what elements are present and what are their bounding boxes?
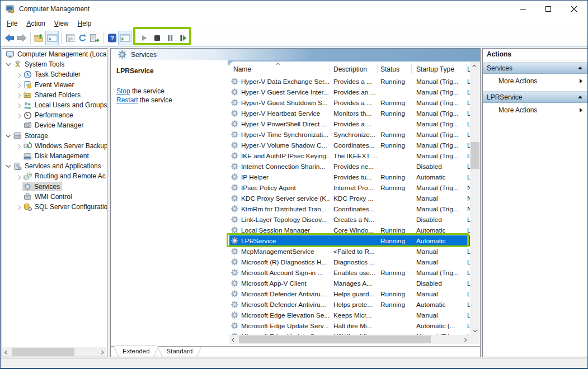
tree-scroll-right-arrow[interactable] — [97, 347, 107, 356]
service-row-microsoft-defender-antiviru[interactable]: Microsoft Defender Antiviru...Helps prot… — [229, 299, 470, 310]
service-row-microsoft-edge-elevation-se[interactable]: Microsoft Edge Elevation Se...Keeps Micr… — [229, 310, 470, 320]
tab-extended[interactable]: Extended — [114, 346, 158, 357]
stop-service-link[interactable]: Stop — [116, 87, 130, 95]
restart-service-button[interactable] — [178, 31, 188, 45]
show-action-pane-button[interactable] — [118, 31, 131, 45]
service-row-hyper-v-guest-service-inter[interactable]: Hyper-V Guest Service Inter...Provides a… — [229, 87, 470, 97]
up-one-level-button[interactable] — [33, 31, 45, 45]
service-row-lprservice[interactable]: LPRServiceRunningAutomaticL — [229, 235, 470, 246]
tree-item-services[interactable]: Services — [2, 182, 107, 192]
scroll-left-arrow[interactable] — [229, 335, 239, 344]
service-row-microsoft-app-v-client[interactable]: Microsoft App-V ClientManages A...Disabl… — [229, 278, 470, 288]
tree-scroll-thumb[interactable] — [12, 348, 74, 356]
tree-item-routing-and-remote-ac[interactable]: Routing and Remote Ac — [2, 171, 107, 181]
actions-section-services[interactable]: Services — [483, 62, 587, 74]
chevron-right-icon[interactable] — [15, 83, 22, 87]
chevron-down-icon[interactable] — [4, 63, 12, 66]
column-header-status[interactable]: Status — [380, 65, 399, 73]
column-header-startup[interactable]: Startup Type — [416, 65, 454, 73]
chevron-right-icon[interactable] — [15, 73, 22, 77]
chevron-right-icon[interactable] — [15, 175, 22, 178]
collapse-up-icon[interactable] — [578, 67, 582, 69]
start-service-button[interactable] — [139, 31, 149, 45]
tree-item-services-and-applications[interactable]: Services and Applications — [2, 161, 107, 171]
more-actions-services[interactable]: More Actions — [483, 74, 587, 88]
refresh-button[interactable] — [76, 31, 88, 45]
stop-service-button[interactable] — [152, 31, 162, 45]
pause-service-button[interactable] — [165, 31, 175, 45]
tree-item-shared-folders[interactable]: Shared Folders — [2, 90, 107, 100]
tree-item-device-manager[interactable]: Device Manager — [2, 120, 107, 130]
service-row-mcpmanagementservice[interactable]: McpManagementService<Failed to R...Manua… — [229, 246, 470, 257]
service-row-hyper-v-heartbeat-service[interactable]: Hyper-V Heartbeat ServiceMonitors th...R… — [229, 108, 470, 119]
tab-standard[interactable]: Standard — [158, 347, 201, 357]
tree-item-event-viewer[interactable]: Event Viewer — [2, 80, 107, 90]
service-row-local-session-manager[interactable]: Local Session ManagerCore Windo...Runnin… — [229, 225, 470, 235]
service-row-hyper-v-data-exchange-ser[interactable]: Hyper-V Data Exchange Ser...Provides a .… — [229, 76, 470, 87]
service-row-ktmrm-for-distributed-tran[interactable]: KtmRm for Distributed Tran...Coordinates… — [229, 204, 470, 214]
tree-item-storage[interactable]: Storage — [2, 131, 107, 141]
forward-button[interactable] — [16, 31, 28, 45]
maximize-button[interactable] — [535, 1, 561, 17]
service-row-microsoft-edge-update-serv[interactable]: Microsoft Edge Update Serv...Hält ihre M… — [229, 320, 470, 331]
tree-item-sql-server-configuratio[interactable]: SQL Server Configuratio — [2, 202, 107, 212]
chevron-down-icon[interactable] — [4, 134, 12, 138]
show-console-tree-button[interactable] — [45, 31, 59, 45]
chevron-right-icon[interactable] — [15, 113, 22, 117]
chevron-right-icon[interactable] — [15, 103, 22, 107]
scroll-down-arrow[interactable] — [470, 326, 479, 335]
service-row-hyper-v-powershell-direct[interactable]: Hyper-V PowerShell Direct ...Provides a … — [229, 119, 470, 129]
tree-item-system-tools[interactable]: System Tools — [2, 59, 107, 69]
tree-item-disk-management[interactable]: Disk Management — [2, 151, 107, 161]
service-row-hyper-v-volume-shadow-c[interactable]: Hyper-V Volume Shadow C...Coordinates...… — [229, 140, 470, 150]
restart-service-link[interactable]: Restart — [116, 96, 138, 104]
service-row-hyper-v-time-synchronizati[interactable]: Hyper-V Time Synchronizati...Synchronize… — [229, 129, 470, 140]
close-button[interactable] — [561, 1, 587, 17]
service-row-kdc-proxy-server-service-k[interactable]: KDC Proxy Server service (K...KDC Proxy … — [229, 193, 470, 204]
chevron-right-icon[interactable] — [15, 144, 22, 148]
help-button[interactable]: ? — [106, 31, 118, 45]
service-row-hyper-v-guest-shutdown-s[interactable]: Hyper-V Guest Shutdown S...Provides a ..… — [229, 97, 470, 108]
properties-button[interactable] — [64, 31, 76, 45]
menu-file[interactable]: File — [2, 18, 22, 29]
actions-section-lprservice[interactable]: LPRService — [483, 91, 587, 103]
vertical-scroll-thumb[interactable] — [471, 142, 479, 169]
tree-item-local-users-and-groups[interactable]: Local Users and Groups — [2, 100, 107, 110]
tree-item-computer-management-local[interactable]: Computer Management (Local — [2, 49, 107, 59]
service-row-ip-helper[interactable]: IP HelperProvides tu...RunningAutomaticL — [229, 172, 470, 182]
horizontal-scroll-thumb[interactable] — [239, 335, 431, 343]
service-row-microsoft-defender-antiviru[interactable]: Microsoft Defender Antiviru...Helps guar… — [229, 288, 470, 299]
service-row-microsoft-edge-update-s[interactable]: Microsoft Edge Update S...Hält ihre Mi..… — [229, 331, 470, 335]
collapse-up-icon[interactable] — [578, 96, 582, 98]
column-header-name[interactable]: Name — [233, 65, 251, 73]
chevron-right-icon[interactable] — [15, 205, 22, 209]
tree-scroll-left-arrow[interactable] — [2, 347, 12, 356]
service-row-internet-connection-sharin[interactable]: Internet Connection Sharin...Provides ne… — [229, 161, 470, 172]
tree-horizontal-scrollbar[interactable] — [2, 347, 107, 357]
export-list-button[interactable] — [88, 31, 101, 45]
menu-view[interactable]: View — [50, 18, 73, 29]
vertical-scrollbar[interactable] — [470, 62, 480, 335]
tree-item-wmi-control[interactable]: WMI Control — [2, 192, 107, 202]
column-divider — [411, 64, 412, 74]
service-startup-type: Disabled — [411, 163, 467, 171]
scroll-up-arrow[interactable] — [470, 62, 479, 70]
tree-item-task-scheduler[interactable]: Task Scheduler — [2, 69, 107, 79]
service-row-ike-and-authip-ipsec-keying[interactable]: IKE and AuthIP IPsec Keying...The IKEEXT… — [229, 150, 470, 161]
more-actions-lprservice[interactable]: More Actions — [483, 103, 587, 117]
chevron-right-icon[interactable] — [15, 93, 22, 97]
service-row-link-layer-topology-discov[interactable]: Link-Layer Topology Discov...Creates a N… — [229, 214, 470, 225]
minimize-button[interactable] — [510, 1, 535, 17]
column-header-description[interactable]: Description — [333, 65, 367, 73]
chevron-down-icon[interactable] — [4, 164, 12, 168]
service-row-microsoft-r-diagnostics-h[interactable]: Microsoft (R) Diagnostics H...Diagnostic… — [229, 257, 470, 267]
horizontal-scrollbar[interactable] — [229, 335, 470, 344]
scroll-right-arrow[interactable] — [460, 335, 470, 344]
tree-item-windows-server-backup[interactable]: Windows Server Backup — [2, 141, 107, 151]
menu-action[interactable]: Action — [22, 18, 49, 29]
back-button[interactable] — [3, 31, 16, 45]
service-row-microsoft-account-sign-in[interactable]: Microsoft Account Sign-in ...Enables use… — [229, 267, 470, 278]
menu-help[interactable]: Help — [73, 18, 96, 29]
tree-item-performance[interactable]: Performance — [2, 110, 107, 120]
service-row-ipsec-policy-agent[interactable]: IPsec Policy AgentInternet Pro...Running… — [229, 182, 470, 193]
